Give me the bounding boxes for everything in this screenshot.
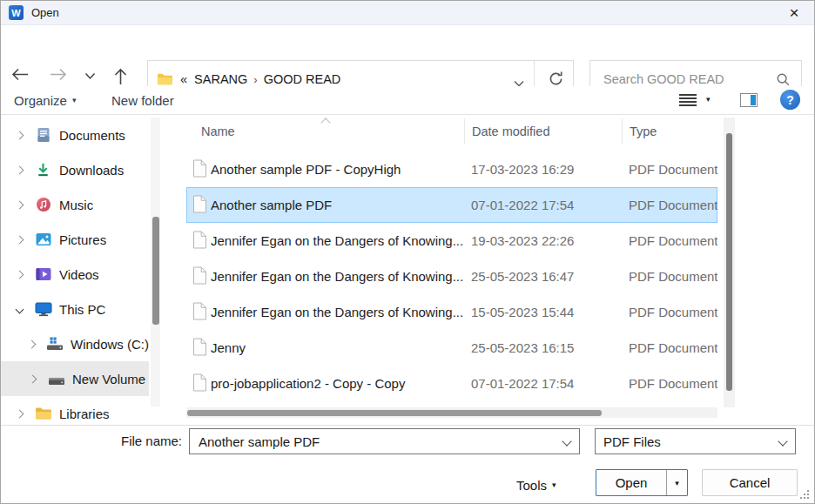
new-folder-button[interactable]: New folder (111, 86, 174, 114)
sidebar-item-label: Documents (59, 128, 125, 143)
resize-grip[interactable] (800, 490, 811, 501)
recent-locations-chevron-icon[interactable] (84, 72, 96, 80)
chevron-right-icon[interactable] (14, 237, 24, 243)
sidebar-item-new-volume[interactable]: New Volume (1, 361, 149, 396)
pdf-file-icon (192, 338, 207, 359)
chevron-down-icon[interactable] (14, 306, 24, 312)
open-dialog: W Open × « SARANG › GOOD READ (0, 0, 815, 504)
pictures-icon (34, 232, 52, 246)
file-name-cell: Jennifer Egan on the Dangers of Knowing.… (211, 233, 464, 248)
cancel-button[interactable]: Cancel (702, 469, 798, 496)
file-date-cell: 25-05-2023 16:15 (464, 340, 622, 355)
file-row[interactable]: Another sample PDF 07-01-2022 17:54 PDF … (186, 187, 717, 223)
forward-icon[interactable] (49, 67, 68, 82)
pdf-file-icon (192, 231, 207, 252)
file-type-value: PDF Files (603, 434, 661, 449)
file-name-label: File name: (114, 433, 182, 448)
chevron-down-icon: ▾ (72, 96, 77, 104)
chevron-right-icon[interactable] (14, 202, 24, 208)
file-name-dropdown-icon[interactable] (562, 436, 571, 446)
open-split-dropdown-icon[interactable]: ▾ (666, 470, 687, 495)
breadcrumb-overflow[interactable]: « (177, 72, 191, 86)
view-list-icon[interactable] (679, 94, 697, 106)
file-type-cell: PDF Document (622, 376, 717, 391)
search-icon[interactable] (776, 72, 791, 87)
file-row[interactable]: pro-jobapplication2 - Copy - Copy 07-01-… (186, 366, 717, 401)
documents-icon (34, 127, 52, 143)
back-icon[interactable] (10, 67, 30, 82)
file-name-input[interactable] (197, 433, 563, 450)
file-type-cell: PDF Document (622, 305, 717, 319)
pdf-file-icon (192, 159, 207, 180)
drive-icon (47, 372, 65, 386)
up-icon[interactable] (113, 67, 128, 86)
list-hscrollbar-thumb[interactable] (187, 410, 602, 416)
file-row[interactable]: Another sample PDF - CopyHigh 17-03-2023… (186, 151, 717, 187)
tools-button[interactable]: Tools ▾ (516, 472, 556, 498)
view-options-chevron-icon[interactable]: ▾ (706, 95, 711, 104)
sidebar-item-this-pc[interactable]: This PC (1, 292, 149, 326)
title-bar: W Open × (1, 1, 814, 25)
chevron-right-icon[interactable] (27, 376, 37, 382)
organize-button[interactable]: Organize ▾ (14, 86, 76, 114)
preview-pane-icon[interactable] (740, 93, 758, 107)
drive-windows-icon (46, 337, 64, 352)
chevron-right-icon[interactable] (14, 411, 24, 417)
window-title: Open (31, 6, 59, 19)
sidebar-item-libraries[interactable]: Libraries (1, 396, 149, 425)
file-name-combo (189, 428, 580, 454)
folder-icon (157, 72, 173, 86)
chevron-right-icon[interactable] (14, 132, 24, 138)
file-type-select[interactable]: PDF Files (595, 428, 796, 454)
column-header-date-modified[interactable]: Date modified (464, 118, 622, 144)
sidebar-item-pictures[interactable]: Pictures (1, 222, 149, 257)
file-name-cell: Jennifer Egan on the Dangers of Knowing.… (211, 269, 464, 284)
help-icon[interactable]: ? (780, 90, 800, 110)
pdf-file-icon (192, 373, 207, 394)
open-button[interactable]: Open ▾ (596, 469, 688, 496)
file-list: Another sample PDF - CopyHigh 17-03-2023… (186, 151, 717, 401)
sidebar-scrollbar-thumb[interactable] (152, 217, 159, 325)
chevron-right-icon[interactable] (14, 272, 24, 278)
new-folder-label: New folder (111, 93, 174, 108)
sidebar-item-label: Windows (C:) (71, 337, 149, 352)
file-row[interactable]: Jennifer Egan on the Dangers of Knowing.… (186, 259, 717, 294)
sidebar-item-label: Libraries (59, 407, 110, 421)
file-type-cell: PDF Document (622, 340, 717, 355)
close-icon[interactable]: × (774, 1, 814, 24)
breadcrumb-separator: › (251, 73, 259, 86)
sidebar-item-label: New Volume (72, 372, 145, 386)
column-header-type[interactable]: Type (622, 118, 717, 144)
navigation-pane: Documents Downloads Music Pictures Video… (1, 118, 149, 425)
file-date-cell: 25-05-2023 16:47 (464, 269, 622, 284)
file-name-cell: Jenny (211, 340, 464, 355)
file-date-cell: 15-05-2023 15:44 (464, 305, 622, 319)
file-row[interactable]: Jennifer Egan on the Dangers of Knowing.… (186, 223, 717, 259)
command-bar: Organize ▾ New folder ▾ ? (1, 86, 814, 115)
libraries-icon (34, 407, 52, 420)
music-icon (34, 197, 52, 212)
chevron-right-icon[interactable] (27, 341, 37, 347)
organize-label: Organize (14, 93, 67, 108)
sidebar-item-windows-c[interactable]: Windows (C:) (1, 326, 149, 361)
file-name-cell: Jennifer Egan on the Dangers of Knowing.… (211, 305, 464, 319)
file-row[interactable]: Jenny 25-05-2023 16:15 PDF Document (186, 330, 717, 366)
videos-icon (34, 267, 52, 281)
list-vscrollbar-thumb[interactable] (726, 133, 732, 391)
sidebar-item-label: Pictures (59, 232, 106, 247)
tools-label: Tools (516, 478, 547, 493)
column-headers: Name Date modified Type (186, 115, 717, 147)
file-row[interactable]: Jennifer Egan on the Dangers of Knowing.… (186, 294, 717, 330)
breadcrumb-good-read[interactable]: GOOD READ (260, 72, 345, 86)
chevron-right-icon[interactable] (14, 167, 24, 173)
breadcrumb-sarang[interactable]: SARANG (191, 72, 251, 86)
search-input[interactable] (602, 71, 776, 87)
file-name-cell: pro-jobapplication2 - Copy - Copy (211, 376, 464, 391)
sidebar-item-videos[interactable]: Videos (1, 257, 149, 292)
sidebar-item-documents[interactable]: Documents (1, 118, 149, 152)
navigation-bar: « SARANG › GOOD READ (1, 25, 814, 86)
open-label[interactable]: Open (596, 470, 666, 495)
sidebar-item-music[interactable]: Music (1, 187, 149, 222)
file-type-cell: PDF Document (622, 162, 717, 177)
sidebar-item-downloads[interactable]: Downloads (1, 152, 149, 187)
